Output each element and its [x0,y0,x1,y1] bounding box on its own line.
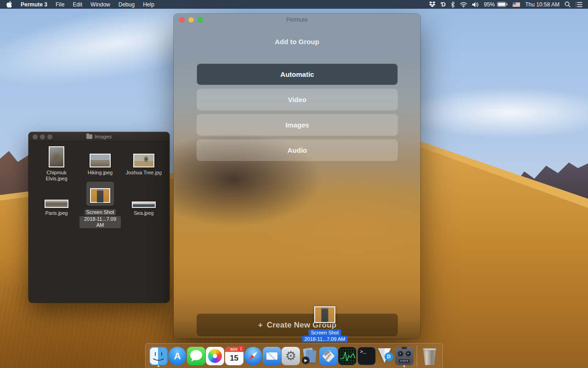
dock-xcode[interactable] [319,345,338,367]
thumbnail-screen-shot [90,188,110,203]
dock-messages[interactable] [187,345,205,367]
finder-window-title: Images [86,134,112,139]
drag-label-line1: Screen Shot [309,329,341,336]
paper-plane-shade [378,348,384,363]
create-new-group-button[interactable]: + Create New Group [197,314,398,336]
thumbnail-joshua-tree [133,154,154,167]
d-app-icon[interactable]: Ɗ [441,0,446,9]
safari-icon [244,347,262,365]
app-store-icon: A [168,347,187,365]
notification-center-icon[interactable] [576,0,582,9]
finder-title-bar[interactable]: Images [28,132,170,142]
permute-traffic-lights [179,17,203,23]
file-paris[interactable]: Paris.jpeg [36,184,77,216]
active-app-menu[interactable]: Permute 3 [21,1,47,8]
minimize-button[interactable] [188,17,194,23]
us-flag-input-icon[interactable] [513,2,520,7]
thumbnail-chipmuk [49,146,64,167]
add-to-group-heading: Add to Group [174,38,420,46]
minimize-button[interactable] [40,134,45,139]
robot-mouth [399,359,410,363]
menu-edit[interactable]: Edit [73,1,82,8]
trash-icon [420,347,439,365]
file-label: Paris.jpeg [36,210,77,216]
xcode-icon [319,347,338,365]
terminal-prompt-glyph: >_ [360,349,366,355]
zoom-button[interactable] [47,134,52,139]
menu-bar-left: Permute 3 File Edit Window Debug Help [6,0,154,9]
mail-icon [263,347,281,365]
dock-mail[interactable] [263,345,281,367]
downie-icon: D [376,347,395,365]
photos-flower [208,349,222,363]
play-icon: ▶ [302,356,310,364]
calendar-day: 15 [225,352,243,364]
running-indicator [403,365,405,367]
menu-debug[interactable]: Debug [119,1,135,8]
dock-calendar[interactable]: 1 NOV 15 [225,345,243,367]
volume-icon[interactable] [472,0,479,9]
notification-badge: 1 [238,345,244,352]
terminal-icon: >_ [357,347,376,365]
dock-finder[interactable] [149,345,168,367]
file-screen-shot-selected[interactable]: Screen Shot 2018-11...7.09 AM [79,182,121,229]
app-store-glyph: A [174,351,181,362]
file-joshua-tree[interactable]: Joshua Tree.jpg [123,144,164,176]
battery-percent: 95% [484,1,495,8]
plus-icon: + [258,321,263,330]
file-hiking[interactable]: Hiking.jpeg [79,144,121,176]
permute-window: Permute Add to Group Automatic Video Ima… [174,14,420,339]
dock-permute[interactable] [395,345,413,367]
dock-app-store[interactable]: A [168,345,187,367]
close-button[interactable] [179,17,185,23]
envelope-shape [266,352,277,360]
menu-help[interactable]: Help [143,1,154,8]
drag-label-line2: 2018-11...7.09 AM [302,336,347,342]
menu-file[interactable]: File [56,1,64,8]
group-button-audio[interactable]: Audio [197,139,398,161]
wifi-icon[interactable] [460,0,467,9]
zoom-button[interactable] [198,17,203,23]
dock-downie[interactable]: D [376,345,395,367]
file-label: Chipmuk Elvis.jpeg [40,170,73,182]
photos-icon [206,347,224,365]
chevron [404,360,406,362]
dropbox-icon[interactable] [429,0,435,9]
dock-documents-play-app[interactable]: ▶ [300,345,319,367]
file-sea[interactable]: Sea.jpeg [123,184,164,216]
chevron [402,360,404,362]
apple-logo-icon [6,1,12,8]
dock-separator [417,345,417,367]
downie-d-glyph: D [384,352,393,361]
file-label: Sea.jpeg [123,210,164,216]
dock-system-preferences[interactable]: ⚙ [282,345,300,367]
menu-bar: Permute 3 File Edit Window Debug Help Ɗ [0,0,588,9]
group-button-automatic[interactable]: Automatic [197,63,398,85]
oscilloscope-icon [338,347,356,365]
apple-menu[interactable] [6,0,12,9]
dock-photos[interactable] [206,345,224,367]
battery-status[interactable]: 95% [484,1,508,8]
robot-slot [401,347,407,349]
group-button-images[interactable]: Images [197,114,398,136]
file-chipmuk-elvis[interactable]: Chipmuk Elvis.jpeg [36,144,77,182]
menu-bar-clock[interactable]: Thu 10:58 AM [525,1,560,8]
dock-terminal[interactable]: >_ [357,345,376,367]
desktop: Permute 3 File Edit Window Debug Help Ɗ [0,0,588,368]
gear-icon: ⚙ [282,347,300,365]
dock-safari[interactable] [244,345,262,367]
permute-title-bar[interactable]: Permute [174,14,420,26]
menu-window[interactable]: Window [90,1,110,8]
dock-oscilloscope-app[interactable] [338,345,356,367]
compass-needle [247,350,259,362]
bluetooth-icon[interactable] [451,0,455,9]
robot-eye [406,351,411,356]
finder-window-images: Images Chipmuk Elvis.jpeg Hiking.jpeg Jo… [28,132,170,303]
spotlight-icon[interactable] [565,0,571,9]
file-label-line2: 2018-11...7.09 AM [79,216,121,228]
close-button[interactable] [33,134,38,139]
dock-trash[interactable] [420,345,439,367]
finder-icon [149,347,168,365]
robot-eye [398,351,403,356]
group-button-video[interactable]: Video [197,89,398,110]
